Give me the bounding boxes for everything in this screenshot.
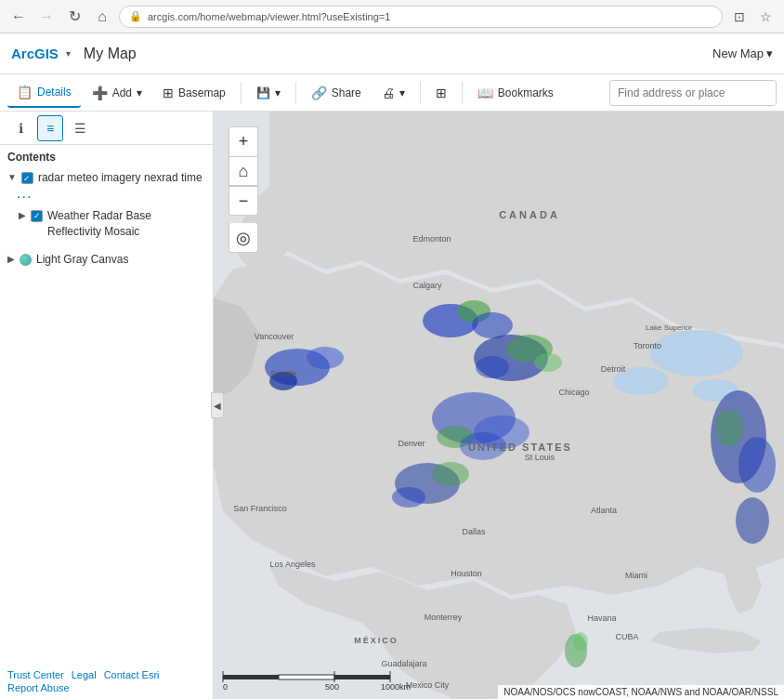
- svg-text:CUBA: CUBA: [615, 632, 638, 641]
- url-text: arcgis.com/home/webmap/viewer.html?useEx…: [148, 11, 390, 22]
- svg-text:CANADA: CANADA: [499, 209, 560, 220]
- svg-point-23: [738, 437, 776, 493]
- bookmark-star-button[interactable]: ☆: [754, 6, 777, 28]
- svg-text:San Francisco: San Francisco: [233, 504, 287, 513]
- print-button[interactable]: 🖨 ▾: [372, 78, 414, 108]
- svg-text:0: 0: [223, 682, 228, 692]
- sidebar-tab-details[interactable]: ☰: [67, 115, 93, 141]
- footer-row-1: Trust Center Legal Contact Esri: [7, 669, 205, 680]
- divider-2: [295, 82, 296, 104]
- divider-1: [241, 82, 242, 104]
- map-svg: CANADA Edmonton Calgary Vancouver Seattl…: [214, 112, 784, 699]
- locate-button[interactable]: ◎: [229, 223, 258, 253]
- basemap-button[interactable]: ⊞ Basemap: [153, 78, 235, 108]
- zoom-out-button[interactable]: −: [229, 186, 258, 216]
- save-icon: 💾: [256, 86, 270, 99]
- analysis-button[interactable]: ⊞: [426, 78, 456, 108]
- sidebar-collapse-button[interactable]: ◀: [211, 392, 224, 418]
- bookmarks-button[interactable]: 📖 Bookmarks: [468, 78, 563, 108]
- home-button[interactable]: ⌂: [229, 156, 258, 186]
- layer-item-lightgray[interactable]: ▶ Light Gray Canvas: [0, 249, 213, 270]
- save-button[interactable]: 💾 ▾: [247, 78, 290, 108]
- new-map-button[interactable]: New Map ▾: [712, 46, 773, 60]
- svg-text:Denver: Denver: [398, 439, 425, 448]
- sidebar: ℹ ≡ ☰ ◀ Contents ▼ ✓ radar meteo imagery…: [0, 112, 214, 699]
- layer-checkbox-radar[interactable]: ✓: [21, 172, 33, 184]
- details-button[interactable]: 📋 Details: [7, 78, 81, 108]
- save-chevron: ▾: [275, 86, 281, 99]
- url-bar: 🔒 arcgis.com/home/webmap/viewer.html?use…: [119, 6, 723, 28]
- svg-text:Mexico City: Mexico City: [406, 680, 450, 690]
- sidebar-tab-list[interactable]: ≡: [37, 115, 63, 141]
- layer-expand-lightgray: ▶: [7, 254, 15, 264]
- list-icon: ≡: [46, 121, 54, 136]
- trust-center-link[interactable]: Trust Center: [7, 669, 64, 680]
- info-icon: ℹ: [19, 121, 23, 136]
- back-button[interactable]: ←: [7, 6, 30, 28]
- basemap-icon: ⊞: [163, 86, 174, 100]
- bookmarks-icon: 📖: [477, 86, 493, 100]
- svg-text:St Louis: St Louis: [525, 453, 555, 462]
- arcgis-dropdown-chevron[interactable]: ▾: [66, 48, 71, 59]
- layer-name-radar: radar meteo imagery nexrad time: [38, 170, 203, 186]
- svg-rect-53: [279, 675, 334, 679]
- footer-row-2: Report Abuse: [7, 682, 205, 693]
- sidebar-tab-info[interactable]: ℹ: [7, 115, 33, 141]
- layer-expand-radar: ▼: [7, 172, 17, 182]
- browser-chrome: ← → ↻ ⌂ 🔒 arcgis.com/home/webmap/viewer.…: [0, 0, 784, 33]
- svg-point-14: [534, 353, 562, 372]
- svg-text:1000km: 1000km: [381, 682, 411, 692]
- new-map-label: New Map: [712, 46, 764, 60]
- zoom-in-button[interactable]: +: [229, 126, 258, 156]
- sublayer-checkbox[interactable]: ✓: [31, 210, 43, 222]
- reload-button[interactable]: ↻: [63, 6, 85, 28]
- sublayer-weather-radar[interactable]: ▶ ✓ Weather Radar Base Reflectivity Mosa…: [0, 205, 213, 243]
- layer-item-radar[interactable]: ▼ ✓ radar meteo imagery nexrad time: [0, 167, 213, 189]
- home-nav-button[interactable]: ⌂: [91, 6, 113, 28]
- forward-button[interactable]: →: [35, 6, 58, 28]
- layer-globe-icon: [20, 254, 32, 266]
- add-chevron: ▾: [137, 86, 142, 99]
- print-icon: 🖨: [382, 86, 395, 100]
- svg-text:UNITED STATES: UNITED STATES: [468, 442, 572, 453]
- contents-title: Contents: [0, 145, 213, 167]
- svg-text:Toronto: Toronto: [634, 341, 661, 350]
- svg-point-20: [432, 462, 469, 486]
- basemap-label: Basemap: [178, 86, 226, 99]
- details-list-icon: ☰: [74, 121, 86, 136]
- add-button[interactable]: ➕ Add ▾: [83, 78, 151, 108]
- report-abuse-link[interactable]: Report Abuse: [7, 682, 70, 693]
- svg-text:Calgary: Calgary: [412, 281, 442, 290]
- svg-text:MÉXICO: MÉXICO: [354, 636, 399, 645]
- share-button[interactable]: 🔗 Share: [302, 78, 371, 108]
- sublayer-name: Weather Radar Base Reflectivity Mosaic: [47, 208, 205, 240]
- svg-text:Edmonton: Edmonton: [412, 234, 451, 244]
- add-icon: ➕: [92, 86, 108, 100]
- arcgis-logo: ArcGIS: [11, 46, 59, 61]
- legal-link[interactable]: Legal: [72, 669, 97, 680]
- svg-text:Detroit: Detroit: [601, 364, 626, 374]
- map-title: My Map: [84, 46, 137, 62]
- svg-text:Houston: Houston: [451, 569, 482, 578]
- svg-text:Lake Superior: Lake Superior: [646, 323, 692, 332]
- sidebar-tabs: ℹ ≡ ☰: [0, 112, 213, 145]
- svg-point-2: [650, 330, 743, 376]
- sublayer-expand: ▶: [19, 210, 26, 220]
- search-input[interactable]: [609, 80, 777, 106]
- share-icon: 🔗: [311, 86, 327, 100]
- svg-rect-54: [334, 675, 390, 679]
- header-left: ArcGIS ▾ My Map: [11, 46, 137, 62]
- main-area: ℹ ≡ ☰ ◀ Contents ▼ ✓ radar meteo imagery…: [0, 112, 784, 699]
- browser-icons: ⊡ ☆: [728, 6, 777, 28]
- cast-button[interactable]: ⊡: [728, 6, 751, 28]
- svg-text:Guadalajara: Guadalajara: [381, 659, 426, 668]
- contact-esri-link[interactable]: Contact Esri: [104, 669, 160, 680]
- svg-point-25: [736, 497, 769, 544]
- details-label: Details: [37, 86, 72, 99]
- svg-text:Havana: Havana: [587, 613, 616, 623]
- svg-text:Dallas: Dallas: [462, 527, 486, 536]
- svg-point-24: [715, 409, 743, 446]
- toolbar: 📋 Details ➕ Add ▾ ⊞ Basemap 💾 ▾ 🔗 Share …: [0, 74, 784, 112]
- map-area[interactable]: CANADA Edmonton Calgary Vancouver Seattl…: [214, 112, 784, 699]
- layer-dots-radar: ···: [0, 189, 213, 205]
